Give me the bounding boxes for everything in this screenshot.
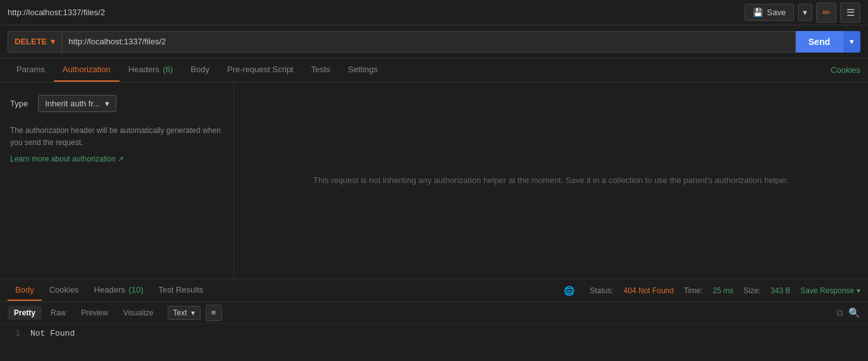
size-label: Size:: [743, 286, 760, 295]
status-label: Status:: [590, 286, 613, 295]
filter-icon-button[interactable]: ≡: [206, 305, 222, 321]
request-tabs-bar: Params Authorization Headers (6) Body Pr…: [0, 58, 868, 82]
type-chevron-icon: ▾: [105, 99, 109, 108]
format-type-select[interactable]: Text ▾: [168, 306, 201, 320]
send-dropdown-button[interactable]: ▾: [843, 31, 860, 53]
tab-authorization[interactable]: Authorization: [54, 58, 120, 82]
bottom-headers-badge: (10): [128, 285, 143, 294]
format-type-chevron-icon: ▾: [191, 308, 195, 317]
method-label: DELETE: [15, 37, 47, 46]
inherit-message: This request is not inheriting any autho…: [313, 174, 789, 187]
format-tab-pretty[interactable]: Pretty: [8, 306, 42, 320]
method-select[interactable]: DELETE ▾: [8, 31, 61, 53]
tab-settings[interactable]: Settings: [339, 58, 387, 82]
response-actions: ⧉ 🔍: [836, 307, 860, 319]
type-row: Type Inherit auth fr... ▾: [10, 95, 223, 112]
bottom-tab-test-results[interactable]: Test Results: [151, 280, 211, 301]
format-tab-preview[interactable]: Preview: [75, 306, 115, 320]
status-value: 404 Not Found: [624, 286, 674, 295]
tab-pre-request-script[interactable]: Pre-request Script: [218, 58, 302, 82]
tab-headers-label: Headers: [128, 65, 162, 74]
response-format-bar: Pretty Raw Preview Visualize Text ▾ ≡ ⧉ …: [0, 302, 868, 324]
response-line-1: Not Found: [30, 329, 75, 338]
time-value: 25 ms: [713, 286, 734, 295]
comment-button[interactable]: ☰: [840, 3, 860, 23]
tab-headers-badge: (6): [163, 65, 173, 74]
save-response-button[interactable]: Save Response ▾: [800, 286, 860, 295]
bottom-section: Body Cookies Headers (10) Test Results 🌐…: [0, 279, 868, 361]
status-bar: 🌐 Status: 404 Not Found Time: 25 ms Size…: [564, 286, 860, 296]
format-tab-visualize[interactable]: Visualize: [117, 306, 160, 320]
copy-icon-button[interactable]: ⧉: [836, 307, 843, 319]
bottom-tab-cookies[interactable]: Cookies: [42, 280, 87, 301]
bottom-tabs-bar: Body Cookies Headers (10) Test Results 🌐…: [0, 279, 868, 302]
bottom-tab-headers[interactable]: Headers (10): [87, 280, 151, 301]
filter-icon: ≡: [211, 308, 216, 317]
save-response-label: Save Response: [800, 286, 854, 295]
tab-body[interactable]: Body: [182, 58, 218, 82]
bottom-tab-body[interactable]: Body: [8, 280, 42, 301]
type-value: Inherit auth fr...: [45, 99, 100, 108]
globe-icon: 🌐: [564, 286, 574, 296]
size-value: 343 B: [771, 286, 790, 295]
auth-right-panel: This request is not inheriting any autho…: [234, 82, 868, 279]
format-tab-raw[interactable]: Raw: [44, 306, 72, 320]
top-bar: http://localhost:1337/files/2 💾 Save ▾ ✏…: [0, 0, 868, 25]
type-dropdown[interactable]: Inherit auth fr... ▾: [38, 95, 116, 112]
tab-params[interactable]: Params: [8, 58, 54, 82]
search-icon-button[interactable]: 🔍: [848, 307, 860, 319]
top-bar-actions: 💾 Save ▾ ✏ ☰: [745, 3, 860, 23]
save-label: Save: [767, 8, 786, 17]
url-input[interactable]: [61, 31, 795, 53]
type-label: Type: [10, 99, 28, 108]
time-label: Time:: [684, 286, 703, 295]
save-disk-icon: 💾: [753, 8, 763, 17]
save-dropdown-button[interactable]: ▾: [798, 4, 812, 21]
format-type-value: Text: [173, 308, 187, 317]
send-button[interactable]: Send: [796, 31, 843, 53]
pencil-button[interactable]: ✏: [816, 3, 836, 23]
auth-left-panel: Type Inherit auth fr... ▾ The authorizat…: [0, 82, 234, 279]
tab-headers[interactable]: Headers (6): [120, 58, 182, 82]
pencil-icon: ✏: [822, 7, 831, 18]
cookies-link[interactable]: Cookies: [831, 65, 860, 75]
request-bar: DELETE ▾ Send ▾: [0, 25, 868, 58]
send-btn-group: Send ▾: [796, 31, 860, 53]
save-button[interactable]: 💾 Save: [745, 4, 794, 21]
learn-more-link[interactable]: Learn more about authorization ↗: [10, 155, 124, 163]
method-chevron-icon: ▾: [51, 37, 55, 46]
save-response-chevron-icon: ▾: [857, 286, 860, 295]
top-bar-title: http://localhost:1337/files/2: [8, 8, 105, 17]
response-body: 1 Not Found: [0, 324, 868, 343]
tab-tests[interactable]: Tests: [302, 58, 339, 82]
comment-icon: ☰: [846, 7, 855, 18]
main-content: Type Inherit auth fr... ▾ The authorizat…: [0, 82, 868, 279]
auth-description: The authorization header will be automat…: [10, 125, 223, 149]
bottom-headers-label: Headers: [94, 285, 128, 294]
line-number-1: 1: [10, 329, 20, 338]
